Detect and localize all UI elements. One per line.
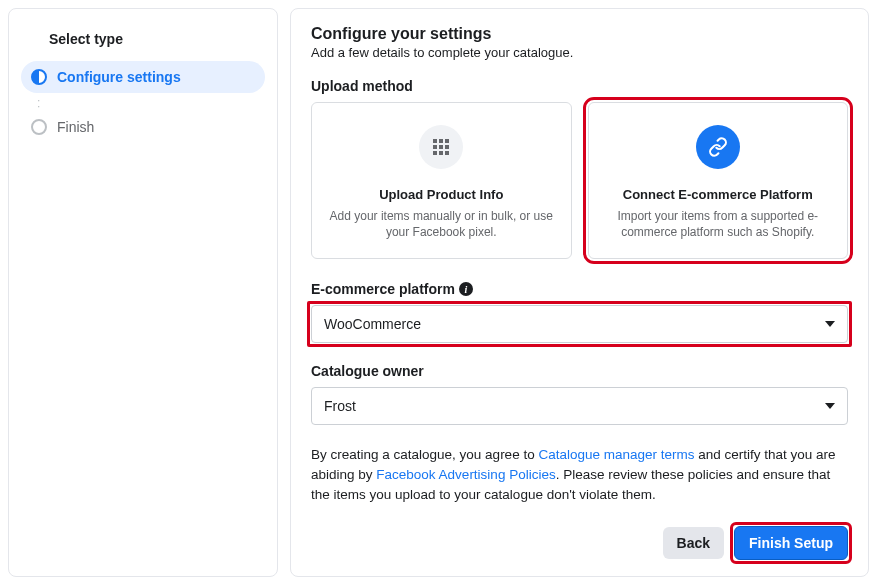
back-button[interactable]: Back <box>663 527 724 559</box>
action-bar: Back Finish Setup <box>311 526 848 560</box>
owner-value: Frost <box>324 398 356 414</box>
card-title: Upload Product Info <box>328 187 555 202</box>
step-configure-settings[interactable]: Configure settings <box>21 61 265 93</box>
card-upload-product-info[interactable]: Upload Product Info Add your items manua… <box>311 102 572 259</box>
owner-select-wrap: Frost <box>311 387 848 425</box>
sidebar: Select type Configure settings ·· Finish <box>8 8 278 577</box>
grid-icon <box>419 125 463 169</box>
platform-select-wrap: WooCommerce <box>311 305 848 343</box>
platform-value: WooCommerce <box>324 316 421 332</box>
link-advertising-policies[interactable]: Facebook Advertising Policies <box>376 467 555 482</box>
finish-setup-button[interactable]: Finish Setup <box>734 526 848 560</box>
step-label: Configure settings <box>57 70 181 84</box>
platform-select[interactable]: WooCommerce <box>311 305 848 343</box>
step-indicator-active-icon <box>31 69 47 85</box>
card-connect-ecommerce[interactable]: Connect E-commerce Platform Import your … <box>588 102 849 259</box>
upload-method-label: Upload method <box>311 78 848 94</box>
card-title: Connect E-commerce Platform <box>605 187 832 202</box>
main-panel: Configure your settings Add a few detail… <box>290 8 869 577</box>
chevron-down-icon <box>825 321 835 327</box>
owner-label: Catalogue owner <box>311 363 848 379</box>
card-desc: Import your items from a supported e-com… <box>605 208 832 240</box>
owner-select[interactable]: Frost <box>311 387 848 425</box>
link-icon <box>696 125 740 169</box>
finish-button-highlight: Finish Setup <box>734 526 848 560</box>
step-connector-icon: ·· <box>21 97 265 109</box>
card-desc: Add your items manually or in bulk, or u… <box>328 208 555 240</box>
sidebar-heading: Select type <box>21 21 265 61</box>
terms-text: By creating a catalogue, you agree to Ca… <box>311 445 848 504</box>
step-indicator-inactive-icon <box>31 119 47 135</box>
link-catalogue-terms[interactable]: Catalogue manager terms <box>538 447 694 462</box>
step-label: Finish <box>57 120 94 134</box>
step-finish[interactable]: Finish <box>21 111 265 143</box>
info-icon[interactable]: i <box>459 282 473 296</box>
upload-method-cards: Upload Product Info Add your items manua… <box>311 102 848 259</box>
page-title: Configure your settings <box>311 25 848 43</box>
platform-label: E-commerce platform i <box>311 281 848 297</box>
page-subtitle: Add a few details to complete your catal… <box>311 45 848 60</box>
chevron-down-icon <box>825 403 835 409</box>
